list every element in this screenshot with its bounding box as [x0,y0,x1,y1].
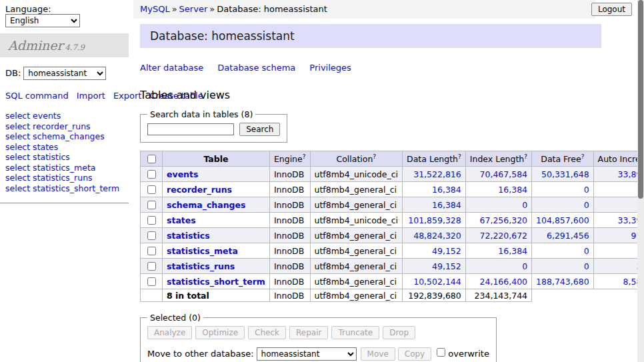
privileges-link[interactable]: Privileges [309,63,351,73]
sidebar-link-sql-command[interactable]: SQL command [5,91,69,101]
search-button[interactable]: Search [239,123,280,136]
index-length-link[interactable]: 16,384 [498,185,527,195]
sidebar-select-statistics-runs[interactable]: select statistics_runs [5,173,123,183]
overwrite-checkbox[interactable] [437,348,445,357]
data-length-link[interactable]: 101,859,328 [408,215,461,225]
index-length-cell: 16,384 [465,182,531,197]
totals-engine: InnoDB [269,289,310,302]
help-link[interactable]: ? [524,153,527,160]
table-link-events[interactable]: events [167,169,198,179]
table-link-statistics-runs[interactable]: statistics_runs [167,261,235,271]
row-check-cell [141,228,163,243]
sidebar-link-import[interactable]: Import [77,91,105,101]
move-button[interactable]: Move [361,347,395,361]
help-link[interactable]: ? [458,153,461,160]
row-checkbox-events[interactable] [147,170,156,179]
index-length-link[interactable]: 0 [522,200,527,210]
tables-body: eventsInnoDButf8mb4_unicode_ci31,522,816… [141,167,644,302]
table-link-statistics[interactable]: statistics [167,231,210,241]
sidebar-select-statistics-short-term[interactable]: select statistics_short_term [5,183,123,194]
index-length-link[interactable]: 24,166,400 [480,277,528,287]
index-length-link[interactable]: 70,467,584 [480,169,528,179]
table-name-cell: events [163,167,270,182]
app-name[interactable]: Adminer [8,38,63,53]
data-length-link[interactable]: 16,384 [432,200,461,210]
table-link-statistics-short-term[interactable]: statistics_short_term [167,277,265,287]
sidebar-select-events[interactable]: select events [5,111,123,121]
truncate-button[interactable]: Truncate [331,326,379,339]
row-checkbox-statistics-meta[interactable] [147,247,156,255]
row-checkbox-states[interactable] [147,216,156,225]
row-checkbox-schema-changes[interactable] [147,201,156,209]
row-checkbox-statistics-short-term[interactable] [147,277,156,286]
sidebar-select-schema-changes[interactable]: select schema_changes [5,131,123,142]
index-length-link[interactable]: 72,220,672 [480,231,528,241]
data-free-link[interactable]: 188,743,680 [536,277,589,287]
logout-button[interactable]: Logout [591,3,632,16]
breadcrumb-mysql[interactable]: MySQL [140,4,170,14]
data-free-link[interactable]: 50,331,648 [541,169,589,179]
table-link-states[interactable]: states [167,215,196,225]
row-check-cell [141,167,163,182]
move-db-select[interactable]: homeassistant [257,347,357,361]
collation-cell: utf8mb4_general_ci [310,228,403,243]
data-length-link[interactable]: 16,384 [432,185,461,195]
table-link-statistics-meta[interactable]: statistics_meta [167,246,238,256]
help-link[interactable]: ? [303,153,306,160]
help-link[interactable]: ? [373,153,376,160]
data-length-link[interactable]: 48,824,320 [413,231,461,241]
engine-cell: InnoDB [269,197,310,213]
scrollbar-thumb[interactable] [638,0,643,199]
language-select[interactable]: English [5,14,80,27]
repair-button[interactable]: Repair [289,326,328,339]
row-checkbox-statistics-runs[interactable] [147,262,156,271]
sidebar-select-recorder-runs[interactable]: select recorder_runs [5,121,123,132]
row-checkbox-recorder-runs[interactable] [147,185,156,194]
table-row: schema_changesInnoDButf8mb4_general_ci16… [141,197,644,213]
sidebar-link-export[interactable]: Export [113,91,142,101]
index-length-link[interactable]: 16,384 [498,246,527,256]
data-length-link[interactable]: 49,152 [432,246,461,256]
db-select[interactable]: homeassistant [23,67,106,80]
overwrite-label: overwrite [448,349,489,359]
select-all-cell [141,151,163,167]
alter-database-link[interactable]: Alter database [140,63,203,73]
table-link-schema-changes[interactable]: schema_changes [167,200,245,210]
data-free-link[interactable]: 104,857,600 [536,215,589,225]
table-link-recorder-runs[interactable]: recorder_runs [167,185,232,195]
page-scrollbar[interactable] [637,0,644,362]
col-header-table: Table [163,151,270,167]
data-free-link[interactable]: 0 [584,185,589,195]
search-input[interactable] [147,123,234,135]
sidebar-select-states[interactable]: select states [5,142,123,153]
row-check-cell [141,274,163,289]
help-link[interactable]: ? [581,153,585,160]
analyze-button[interactable]: Analyze [147,326,192,339]
data-length-link[interactable]: 49,152 [432,261,461,271]
data-length-link[interactable]: 10,502,144 [413,277,461,287]
data-free-link[interactable]: 0 [584,261,589,271]
data-free-link[interactable]: 0 [584,246,589,256]
collation-cell: utf8mb4_general_ci [310,182,403,197]
copy-button[interactable]: Copy [398,347,431,361]
language-label: Language: [5,4,51,14]
drop-button[interactable]: Drop [383,326,415,339]
index-length-link[interactable]: 67,256,320 [480,215,528,225]
data-free-link[interactable]: 6,291,456 [547,231,589,241]
page-title: Database: homeassistant [140,24,601,48]
data-free-link[interactable]: 0 [584,200,589,210]
row-checkbox-statistics[interactable] [147,231,156,240]
engine-cell: InnoDB [269,182,310,197]
db-selector-row: DB:homeassistant [0,57,129,83]
sidebar-select-statistics[interactable]: select statistics [5,152,123,163]
check-button[interactable]: Check [248,326,286,339]
optimize-button[interactable]: Optimize [195,326,245,339]
data-free-cell: 104,857,600 [532,213,594,228]
index-length-link[interactable]: 0 [522,261,527,271]
breadcrumb-server[interactable]: Server [179,4,208,14]
database-schema-link[interactable]: Database schema [217,63,295,73]
data-free-cell: 188,743,680 [532,274,594,289]
data-length-link[interactable]: 31,522,816 [413,169,461,179]
select-all-checkbox[interactable] [147,155,156,163]
sidebar-select-statistics-meta[interactable]: select statistics_meta [5,163,123,173]
